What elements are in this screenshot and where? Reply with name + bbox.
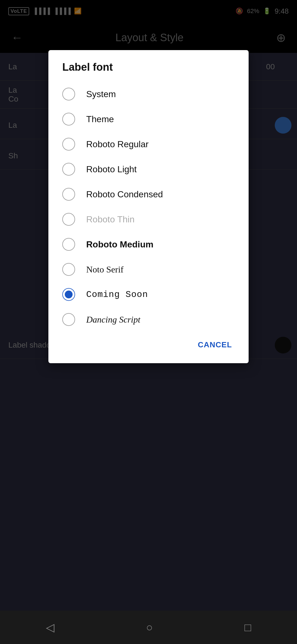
back-nav-icon[interactable]: ◁ — [46, 621, 55, 634]
font-option-roboto-regular[interactable]: Roboto Regular — [48, 132, 249, 157]
font-label-roboto-condensed: Roboto Condensed — [86, 189, 163, 200]
radio-dancing-script — [62, 313, 75, 326]
font-label-dancing-script: Dancing Script — [86, 314, 140, 325]
font-option-roboto-medium[interactable]: Roboto Medium — [48, 232, 249, 257]
font-option-roboto-condensed[interactable]: Roboto Condensed — [48, 182, 249, 207]
dialog-title: Label font — [48, 61, 249, 82]
font-label-system: System — [86, 89, 116, 99]
font-label-roboto-light: Roboto Light — [86, 164, 137, 174]
font-label-roboto-thin: Roboto Thin — [86, 214, 135, 225]
bottom-nav: ◁ ○ □ — [0, 611, 297, 644]
font-option-roboto-light[interactable]: Roboto Light — [48, 157, 249, 182]
radio-roboto-light — [62, 163, 75, 176]
radio-coming-soon — [62, 288, 75, 301]
recent-apps-icon[interactable]: □ — [244, 621, 251, 634]
home-nav-icon[interactable]: ○ — [146, 621, 153, 634]
radio-roboto-thin — [62, 213, 75, 226]
font-label-roboto-medium: Roboto Medium — [86, 239, 154, 250]
radio-roboto-condensed — [62, 188, 75, 201]
radio-roboto-medium — [62, 238, 75, 251]
font-option-roboto-thin[interactable]: Roboto Thin — [48, 207, 249, 232]
font-option-coming-soon[interactable]: Coming Soon — [48, 282, 249, 307]
font-label-roboto-regular: Roboto Regular — [86, 139, 148, 149]
font-option-dancing-script[interactable]: Dancing Script — [48, 307, 249, 332]
font-label-coming-soon: Coming Soon — [86, 289, 148, 300]
font-option-theme[interactable]: Theme — [48, 107, 249, 132]
cancel-button[interactable]: CANCEL — [192, 338, 237, 352]
dialog-overlay: Label font System Theme Roboto Regular R… — [0, 0, 297, 611]
font-options-list: System Theme Roboto Regular Roboto Light… — [48, 82, 249, 332]
radio-roboto-regular — [62, 138, 75, 151]
font-option-system[interactable]: System — [48, 82, 249, 107]
font-label-theme: Theme — [86, 114, 114, 124]
radio-system — [62, 88, 75, 100]
font-option-noto-serif[interactable]: Noto Serif — [48, 257, 249, 282]
label-font-dialog: Label font System Theme Roboto Regular R… — [48, 50, 249, 363]
radio-theme — [62, 113, 75, 126]
radio-noto-serif — [62, 263, 75, 276]
dialog-actions: CANCEL — [48, 332, 249, 355]
font-label-noto-serif: Noto Serif — [86, 264, 123, 275]
